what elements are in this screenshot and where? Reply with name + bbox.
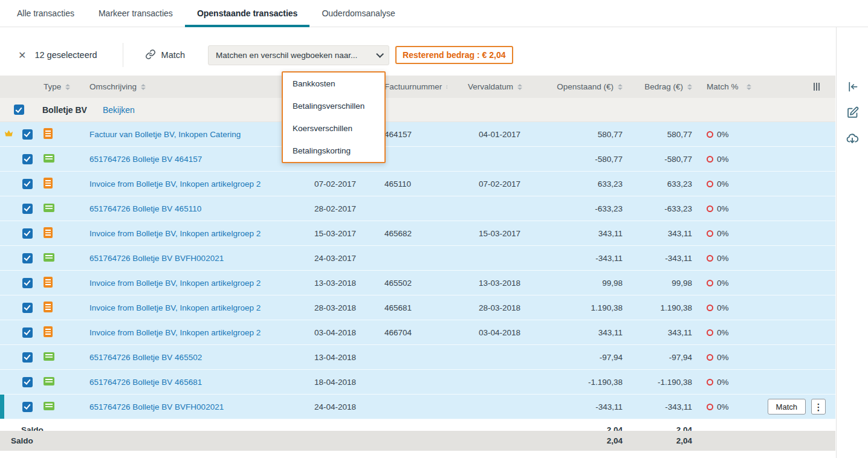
row-checkbox[interactable] (22, 377, 33, 387)
menu-item-bankkosten[interactable]: Bankkosten (283, 73, 384, 95)
table-row[interactable]: 651764726 Bolletje BV 465502 13-04-2018 … (0, 345, 835, 370)
cell-bedrag: -343,11 (629, 254, 698, 263)
bank-transaction-icon (44, 377, 54, 385)
invoice-icon (44, 128, 53, 139)
transaction-link[interactable]: 651764726 Bolletje BV BVFH002021 (89, 402, 224, 411)
cell-factuurnummer: 466704 (374, 328, 447, 337)
transaction-link[interactable]: Invoice from Bolletje BV, Inkopen artike… (89, 229, 261, 238)
cell-match-value: 0% (717, 303, 729, 312)
table-row[interactable]: Invoice from Bolletje BV, Inkopen artike… (0, 320, 835, 345)
sort-icon (687, 84, 692, 90)
transaction-link[interactable]: 651764726 Bolletje BV BVFH002021 (89, 254, 224, 263)
column-header-type[interactable]: Type (37, 82, 77, 91)
row-match-button[interactable]: Match (768, 399, 806, 414)
subtotal-label: Saldo (0, 425, 307, 431)
transaction-link[interactable]: Factuur van Bolletje BV, Inkopen Caterin… (89, 130, 241, 139)
tab-markeer-transacties[interactable]: Markeer transacties (86, 0, 185, 27)
match-zero-icon (707, 230, 713, 237)
row-checkbox[interactable] (22, 327, 33, 338)
bank-transaction-icon (44, 253, 54, 262)
cell-match-value: 0% (717, 353, 729, 362)
table-row[interactable]: Invoice from Bolletje BV, Inkopen artike… (0, 271, 835, 295)
transaction-link[interactable]: Invoice from Bolletje BV, Inkopen artike… (89, 328, 261, 337)
group-row: Bolletje BV Bekijken (0, 98, 835, 122)
bank-transaction-icon (44, 402, 54, 410)
crown-icon (4, 129, 13, 139)
column-header-omschrijving[interactable]: Omschrijving (77, 82, 307, 91)
tab-bar: Alle transacties Markeer transacties Ope… (0, 0, 868, 27)
cell-match-value: 0% (717, 254, 729, 263)
collapse-left-icon (846, 80, 859, 93)
row-checkbox[interactable] (22, 129, 33, 140)
table-row[interactable]: 651764726 Bolletje BV 465681 18-04-2018 … (0, 370, 835, 395)
row-checkbox[interactable] (22, 204, 33, 214)
selected-count-label: 12 geselecteerd (34, 50, 97, 60)
transaction-link[interactable]: 651764726 Bolletje BV 464157 (89, 155, 202, 164)
cell-match-value: 0% (717, 378, 729, 387)
tab-ouderdomsanalyse[interactable]: Ouderdomsanalyse (309, 0, 407, 27)
table-row[interactable]: Invoice from Bolletje BV, Inkopen artike… (0, 221, 835, 246)
column-header-vervaldatum[interactable]: Vervaldatum (447, 82, 538, 91)
group-view-link[interactable]: Bekijken (103, 105, 135, 115)
cell-openstaand: -343,11 (538, 402, 629, 411)
table-row[interactable]: 651764726 Bolletje BV 465110 28-02-2017 … (0, 196, 835, 221)
selection-toolbar: ✕ 12 geselecteerd Match Matchen en versc… (0, 27, 835, 76)
transaction-link[interactable]: Invoice from Bolletje BV, Inkopen artike… (89, 279, 261, 288)
transaction-link[interactable]: 651764726 Bolletje BV 465681 (89, 378, 202, 387)
transaction-link[interactable]: 651764726 Bolletje BV 465502 (89, 353, 202, 362)
row-checkbox[interactable] (22, 228, 33, 239)
row-checkbox[interactable] (22, 402, 33, 412)
bank-transaction-icon (44, 352, 54, 361)
cell-bedrag: -633,23 (629, 204, 698, 213)
table-row[interactable]: Invoice from Bolletje BV, Inkopen artike… (0, 172, 835, 196)
table-row[interactable]: 651764726 Bolletje BV 464157 -580,77 -58… (0, 147, 835, 172)
collapse-panel-button[interactable] (846, 80, 859, 93)
row-checkbox[interactable] (22, 179, 33, 189)
cell-factuurnummer: 465502 (374, 279, 447, 288)
group-checkbox[interactable] (14, 105, 24, 115)
cell-match-value: 0% (717, 402, 729, 411)
match-zero-icon (707, 255, 713, 262)
column-header-match[interactable]: Match % (698, 82, 756, 91)
row-menu-button[interactable]: ⋮ (811, 399, 826, 414)
row-checkbox[interactable] (22, 352, 33, 363)
cell-openstaand: -97,94 (538, 353, 629, 362)
column-header-openstaand[interactable]: Openstaand (€) (538, 82, 629, 91)
subtotal-bedrag: 2,04 (629, 425, 698, 431)
cell-datum: 03-04-2018 (307, 328, 374, 337)
sort-icon (618, 84, 623, 90)
match-zero-icon (707, 280, 713, 286)
cell-bedrag: 99,98 (629, 279, 698, 288)
column-settings-icon[interactable] (814, 83, 820, 91)
writeoff-dropdown[interactable]: Matchen en verschil wegboeken naar... (208, 45, 389, 65)
table-row[interactable]: Invoice from Bolletje BV, Inkopen artike… (0, 295, 835, 320)
download-button[interactable] (846, 132, 859, 146)
menu-item-betalingskorting[interactable]: Betalingskorting (283, 140, 384, 162)
table-row[interactable]: 651764726 Bolletje BV BVFH002021 24-04-2… (0, 395, 835, 419)
table-row[interactable]: 651764726 Bolletje BV BVFH002021 24-03-2… (0, 246, 835, 271)
row-checkbox[interactable] (22, 154, 33, 164)
menu-item-koersverschillen[interactable]: Koersverschillen (283, 117, 384, 140)
row-checkbox[interactable] (22, 303, 33, 313)
tab-openstaande-transacties[interactable]: Openstaande transacties (185, 0, 310, 27)
match-zero-icon (707, 354, 713, 361)
tab-alle-transacties[interactable]: Alle transacties (5, 0, 86, 27)
menu-item-betalingsverschillen[interactable]: Betalingsverschillen (283, 95, 384, 117)
group-name: Bolletje BV (42, 105, 87, 115)
clear-selection-icon[interactable]: ✕ (18, 50, 26, 61)
invoice-icon (44, 178, 53, 189)
transaction-link[interactable]: Invoice from Bolletje BV, Inkopen artike… (89, 303, 261, 312)
cell-datum: 07-02-2017 (307, 179, 374, 189)
transaction-link[interactable]: Invoice from Bolletje BV, Inkopen artike… (89, 179, 261, 189)
table-row[interactable]: Factuur van Bolletje BV, Inkopen Caterin… (0, 122, 835, 147)
cell-openstaand: 633,23 (538, 179, 629, 189)
row-checkbox[interactable] (22, 278, 33, 288)
edit-button[interactable] (846, 106, 859, 119)
row-checkbox[interactable] (22, 253, 33, 263)
cell-datum: 24-03-2017 (307, 254, 374, 263)
match-action-button[interactable]: Match (145, 49, 186, 62)
transaction-link[interactable]: 651764726 Bolletje BV 465110 (89, 204, 201, 213)
cell-datum: 18-04-2018 (307, 378, 374, 387)
column-header-bedrag[interactable]: Bedrag (€) (629, 82, 698, 91)
writeoff-dropdown-value: Matchen en verschil wegboeken naar... (216, 51, 357, 60)
